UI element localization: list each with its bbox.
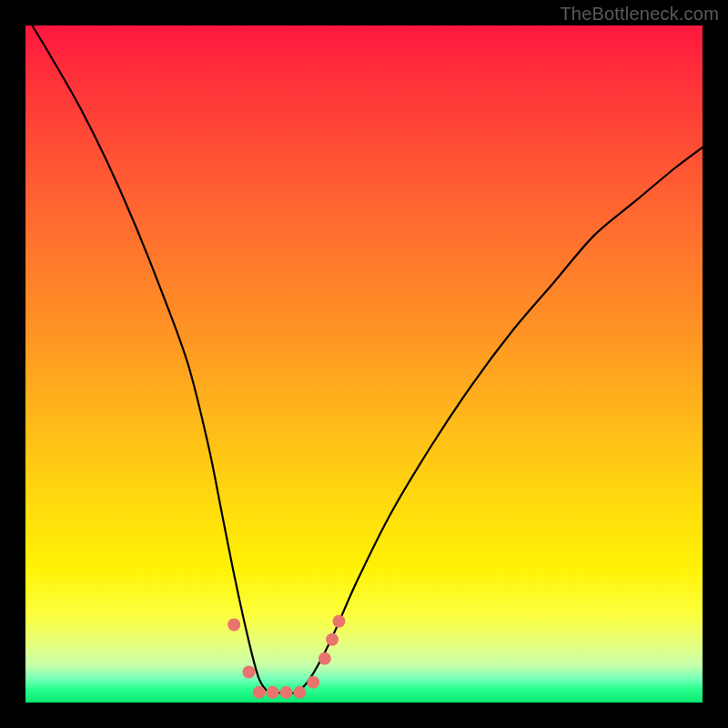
- curve-marker: [318, 652, 331, 665]
- curve-marker: [253, 686, 266, 699]
- bottleneck-curve: [32, 25, 703, 693]
- chart-frame: TheBottleneck.com: [0, 0, 728, 728]
- curve-marker: [279, 686, 292, 699]
- curve-marker: [326, 633, 339, 646]
- curve-marker: [267, 686, 279, 699]
- curve-marker: [293, 686, 306, 699]
- plot-area: [25, 25, 703, 703]
- curve-layer: [25, 25, 703, 703]
- watermark-text: TheBottleneck.com: [560, 4, 719, 25]
- curve-marker: [307, 676, 319, 689]
- curve-marker: [228, 618, 240, 631]
- curve-marker: [332, 615, 345, 628]
- curve-marker: [243, 666, 256, 679]
